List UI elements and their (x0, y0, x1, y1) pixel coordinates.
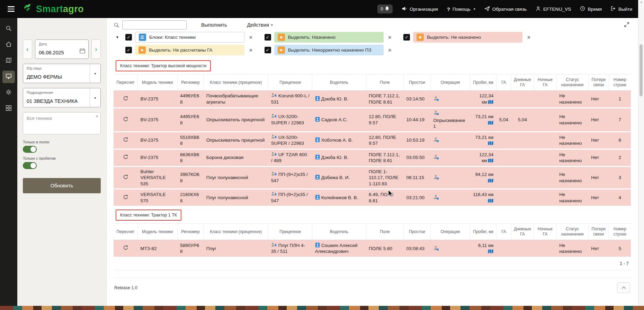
app-logo[interactable]: Smartagro (22, 3, 84, 15)
calendar-icon[interactable] (80, 48, 85, 55)
sidebar-item-search[interactable] (2, 23, 15, 35)
search-icon (6, 25, 12, 33)
chip-close-button[interactable]: × (388, 34, 392, 41)
filter-chip[interactable]: ★Выделить: Не рассчитаны ГА (135, 45, 244, 55)
recalc-icon[interactable] (123, 194, 128, 200)
column-header-mileage: Пробег, км (470, 74, 497, 91)
scroll-top-button[interactable] (617, 282, 630, 293)
date-field[interactable]: Дата 06.08.2025 (35, 39, 89, 59)
cell-operation (430, 189, 470, 206)
filter-checkbox[interactable]: ✓ (403, 34, 410, 41)
chip-close-button[interactable]: × (527, 34, 531, 41)
cell-mileage: 6,11 км (470, 240, 497, 257)
cell-ga (496, 240, 511, 257)
driver-icon (315, 137, 320, 142)
bell-icon (385, 6, 390, 12)
collapse-icon[interactable]: ▼ (114, 35, 121, 39)
recalc-icon[interactable] (123, 96, 128, 101)
entity-select[interactable]: Юр.лицо ДЕМО ФЕРМЫ ▾ (23, 64, 101, 83)
nav-time[interactable]: Время (580, 6, 602, 12)
map-route-icon (488, 158, 493, 163)
implement-icon (271, 134, 277, 140)
cell-operation (430, 166, 470, 189)
equipment-filter-select[interactable]: Вся техника ▾ (23, 112, 101, 134)
recalc-icon[interactable] (123, 245, 128, 250)
question-icon: ? (447, 6, 450, 12)
equipment-filter-placeholder: Вся техника (27, 116, 52, 121)
recalc-icon[interactable] (123, 137, 128, 142)
filter-checkbox[interactable]: ✓ (265, 34, 271, 41)
table-row[interactable]: BV-23756636ХВ68Борона дисковаяUF TZAR 60… (114, 149, 631, 166)
chevron-down-icon: ▾ (271, 23, 273, 27)
table-row[interactable]: Buhler VERSATILE 5353987КО68Плуг полунав… (114, 166, 631, 189)
table-row[interactable]: BV-23754496УЕ68Почвообрабатывающие агрег… (114, 91, 631, 108)
execute-button[interactable]: Выполнить (201, 22, 227, 28)
prev-date-button[interactable]: ‹ (23, 39, 32, 59)
map-route-icon (488, 141, 493, 145)
cell-recalc (114, 132, 138, 149)
sidebar-item-home[interactable] (2, 39, 15, 51)
cell-field: ПОЛЕ 7.112.1, ПОЛЕ 8.61 (366, 149, 403, 166)
filter-chip[interactable]: ★Выделить: Не назначено (413, 32, 522, 43)
cell-trailer: UX-5200-SUPER / 22983 (268, 108, 312, 132)
cell-driver: Хоботков А. В. (312, 132, 366, 149)
map-route-icon (488, 198, 493, 203)
toggle-only-in-fields[interactable] (23, 146, 37, 153)
nav-logout[interactable]: Выйти (611, 6, 632, 12)
notifications-button[interactable]: 0 (377, 5, 393, 14)
column-header-day_ga: Дневные ГА (511, 224, 534, 240)
cell-recalc (114, 189, 138, 206)
filter-checkbox[interactable]: ✓ (125, 47, 132, 53)
table-row[interactable]: МТЗ-825890УР68ПлугПлуг ПЛН 4-35 / 511Сош… (114, 240, 631, 257)
nav-user[interactable]: EFTENIJ_VS (536, 6, 571, 12)
chip-close-button[interactable]: × (249, 34, 253, 41)
recalc-icon[interactable] (123, 174, 128, 180)
column-header-trailer: Прицепное (268, 74, 312, 91)
filter-checkbox[interactable]: ✓ (265, 47, 271, 53)
cell-operation (430, 240, 470, 257)
cell-mileage: 116,43 км (470, 189, 497, 206)
chevron-down-icon[interactable]: ▾ (90, 88, 100, 107)
table-row[interactable]: BV-23754495УЕ68Опрыскиватель прицепнойUX… (114, 108, 631, 132)
nav-feedback[interactable]: Обратная связь (484, 6, 527, 12)
chip-close-button[interactable]: × (249, 47, 253, 53)
recalc-icon[interactable] (123, 154, 128, 160)
recalc-icon[interactable] (123, 116, 128, 122)
chevron-down-icon[interactable]: ▾ (90, 64, 100, 83)
sidebar-item-map[interactable] (2, 55, 15, 67)
column-header-status: Статус назначения (556, 224, 588, 240)
scroll-up-button[interactable]: ▲ (638, 1, 644, 3)
cell-loss: Нет (588, 108, 609, 132)
sidebar-item-settings[interactable] (2, 87, 15, 99)
table-row[interactable]: BV-23755519ХВ68Опрыскиватель прицепнойUX… (114, 132, 631, 149)
update-button[interactable]: Обновить (23, 178, 101, 193)
menu-button[interactable] (6, 5, 16, 13)
filter-chip[interactable]: Блоки: Класс техники (135, 32, 244, 43)
filter-checkbox[interactable]: ✓ (125, 34, 132, 41)
table-row[interactable]: VERSATILE 5702160КХ68Плуг полунавеснойПП… (114, 189, 631, 206)
search-input[interactable] (122, 20, 187, 29)
star-icon: ★ (278, 46, 285, 54)
next-date-button[interactable]: › (91, 39, 101, 59)
search-icon (114, 22, 119, 28)
nav-help[interactable]: ? Помощь ▾ (447, 6, 475, 12)
cell-field: 12.80, ПОЛЕ 9.57 (366, 108, 403, 132)
toggle-only-with-mileage[interactable] (23, 162, 37, 169)
division-select[interactable]: Подразделение 01 ЗВЕЗДА ТЕХНИКА ▾ (23, 88, 101, 107)
operation-icon (433, 195, 439, 200)
filter-chip[interactable]: ★Выделить: Некорректно назначено ПЗ (274, 45, 384, 55)
sidebar-item-monitoring[interactable] (2, 71, 15, 83)
fullscreen-button[interactable] (623, 20, 631, 30)
cell-recalc (114, 108, 138, 132)
nav-organization[interactable]: Организация (402, 6, 438, 12)
column-header-day_ga: Дневные ГА (511, 74, 534, 91)
implement-icon (271, 242, 277, 248)
filter-chip[interactable]: ★Выделить: Назначено (274, 32, 384, 43)
actions-dropdown[interactable]: Действия ▾ (247, 22, 272, 28)
scrollbar-thumb[interactable] (639, 44, 643, 96)
home-icon (6, 41, 12, 49)
cell-trailer_class: Плуг (204, 240, 268, 257)
chip-close-button[interactable]: × (388, 47, 392, 53)
cell-loss: Нет (588, 166, 609, 189)
sidebar-item-tables[interactable] (2, 103, 15, 115)
